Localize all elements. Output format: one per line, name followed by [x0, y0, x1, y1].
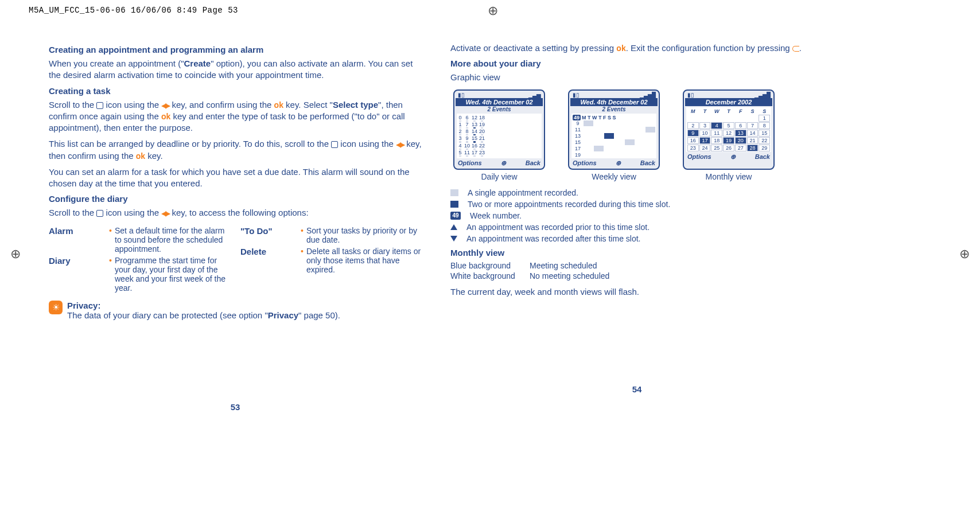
- page-number-left: 53: [231, 402, 240, 412]
- kv-row: Blue backgroundMeeting scheduled: [450, 261, 823, 270]
- text-bold: Privacy: [268, 310, 298, 320]
- softkey-back: Back: [526, 159, 540, 167]
- options-columns: Alarm Set a default time for the alarm t…: [49, 224, 422, 295]
- nav-icon: ⊕: [501, 159, 506, 167]
- caption: Monthly view: [680, 172, 777, 181]
- signal-icon: ▁▃▅█: [640, 92, 655, 98]
- week-number-badge: 49: [573, 115, 581, 120]
- settings-icon: [331, 141, 338, 148]
- caption: Weekly view: [565, 172, 663, 181]
- back-key-icon: [792, 46, 799, 52]
- left-right-keys-icon: ◀▶: [161, 209, 169, 217]
- kv-val: No meeting scheduled: [530, 271, 609, 280]
- battery-icon: ▮▯: [687, 92, 694, 98]
- settings-icon: [96, 210, 103, 217]
- screen-subtitle: 2 Events: [570, 106, 658, 112]
- softkey-options: Options: [458, 159, 482, 167]
- text: This list can be arranged by deadline or…: [49, 139, 331, 149]
- text: icon using the: [103, 208, 161, 217]
- page-right: Activate or deactivate a setting by pres…: [450, 40, 823, 302]
- heading-configure-diary: Configure the diary: [49, 194, 422, 204]
- heading-appointment-alarm: Creating an appointment and programming …: [49, 45, 422, 54]
- paragraph: Activate or deactivate a setting by pres…: [450, 42, 823, 54]
- option-alarm: Alarm Set a default time for the alarm t…: [49, 226, 230, 254]
- legend-swatch-dark-icon: [450, 201, 458, 208]
- softkey-options: Options: [573, 159, 597, 167]
- option-label: Alarm: [49, 226, 109, 254]
- kv-key: White background: [450, 271, 519, 280]
- paragraph: The current day, week and month views wi…: [450, 286, 823, 298]
- signal-icon: ▁▃▅█: [755, 92, 770, 98]
- legend-swatch-light-icon: [450, 189, 458, 196]
- legend-text: An appointment was recorded prior to thi…: [466, 223, 650, 232]
- crop-mark-icon: ⊕: [959, 247, 970, 262]
- tip-title: Privacy:: [67, 301, 100, 310]
- text-bold: Create: [184, 59, 211, 68]
- legend-text: Two or more appointments recorded during…: [468, 200, 670, 209]
- screen-subtitle: 2 Events: [456, 106, 543, 112]
- kv-row: White backgroundNo meeting scheduled: [450, 271, 823, 280]
- text: icon using the: [103, 100, 161, 110]
- text: Scroll to the: [49, 100, 96, 110]
- kv-val: Meeting scheduled: [530, 261, 597, 270]
- softkey-back: Back: [640, 159, 655, 167]
- phone-screenshot: ▮▯▁▃▅ Wed. 4th December 02 2 Events 0123…: [453, 89, 545, 170]
- left-right-keys-icon: ◀▶: [396, 141, 404, 149]
- ok-key-icon: ok: [136, 151, 145, 161]
- screen-monthly: ▮▯▁▃▅█ December 2002 MTWTFSS123456789101…: [680, 89, 777, 181]
- text: key.: [145, 151, 163, 161]
- left-right-keys-icon: ◀▶: [161, 102, 169, 110]
- screen-daily: ▮▯▁▃▅ Wed. 4th December 02 2 Events 0123…: [450, 89, 548, 181]
- option-todo: "To Do" Sort your tasks by priority or b…: [240, 226, 422, 244]
- screen-title: December 2002: [685, 98, 772, 106]
- option-body: Delete all tasks or diary items or only …: [301, 247, 422, 274]
- text: icon using the: [338, 139, 396, 149]
- text: .: [799, 43, 802, 53]
- nav-icon: ⊕: [730, 153, 736, 161]
- legend-text: A single appointment recorded.: [468, 188, 578, 197]
- crop-mark-icon: ⊕: [10, 247, 21, 262]
- text: key, to access the following options:: [169, 208, 308, 217]
- softkey-options: Options: [687, 153, 711, 161]
- ok-key-icon: ok: [161, 112, 170, 121]
- week-day-headers: M T W T F S S: [582, 115, 616, 120]
- page-left: Creating an appointment and programming …: [49, 40, 422, 320]
- phone-screenshot: ▮▯▁▃▅█ Wed. 4th December 02 2 Events 49M…: [568, 89, 660, 170]
- legend-triangle-down-icon: [450, 236, 457, 241]
- privacy-tip: ☀ Privacy: The data of your diary can be…: [49, 301, 422, 320]
- legend-triangle-up-icon: [450, 224, 457, 230]
- lightbulb-icon: ☀: [49, 301, 63, 314]
- battery-icon: ▮▯: [573, 92, 580, 98]
- kv-key: Blue background: [450, 261, 519, 270]
- task-list-icon: [96, 102, 103, 109]
- text: The data of your diary can be protected …: [67, 310, 268, 320]
- option-body: Programme the start time for your day, y…: [109, 256, 230, 293]
- nav-icon: ⊕: [616, 159, 621, 167]
- softkey-back: Back: [755, 153, 770, 161]
- ok-key-icon: ok: [274, 100, 283, 110]
- text: key. Select ": [283, 100, 333, 110]
- legend-text: Week number.: [470, 211, 522, 220]
- paragraph: Scroll to the icon using the ◀▶ key, and…: [49, 99, 422, 134]
- screens-row: ▮▯▁▃▅ Wed. 4th December 02 2 Events 0123…: [450, 89, 823, 181]
- battery-icon: ▮▯: [458, 92, 465, 98]
- text: " page 50).: [298, 310, 340, 320]
- text: Activate or deactivate a setting by pres…: [450, 43, 616, 53]
- legend-week-badge-icon: 49: [450, 212, 461, 220]
- paragraph: Scroll to the icon using the ◀▶ key, to …: [49, 207, 422, 219]
- paragraph: This list can be arranged by deadline or…: [49, 138, 422, 162]
- option-diary: Diary Programme the start time for your …: [49, 256, 230, 293]
- signal-icon: ▁▃▅: [528, 92, 540, 98]
- option-label: Delete: [240, 247, 301, 274]
- text: Scroll to the: [49, 208, 96, 217]
- option-delete: Delete Delete all tasks or diary items o…: [240, 247, 422, 274]
- option-body: Set a default time for the alarm to soun…: [109, 226, 230, 254]
- screen-title: Wed. 4th December 02: [570, 98, 658, 106]
- screen-title: Wed. 4th December 02: [456, 98, 543, 106]
- printer-slug: M5A_UM_FCC_15-06-06 16/06/06 8:49 Page 5…: [29, 6, 238, 15]
- text: . Exit the configuration function by pre…: [626, 43, 792, 53]
- heading-creating-task: Creating a task: [49, 86, 422, 96]
- text: key, and confirm using the: [169, 100, 274, 110]
- text-bold: Select type: [333, 100, 378, 110]
- option-body: Sort your tasks by priority or by due da…: [301, 226, 422, 244]
